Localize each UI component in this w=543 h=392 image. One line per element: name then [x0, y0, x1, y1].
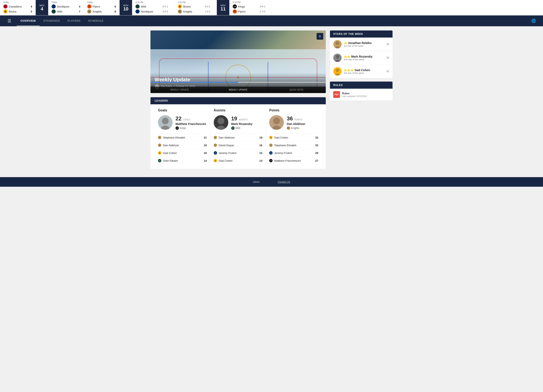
svg-point-15	[336, 55, 339, 59]
game-bruins-knights[interactable]: 9:30 PM B Bruins 4-3-1 K Knights 7-0-1	[175, 0, 217, 15]
tab-weekly-update-1[interactable]: WEEKLY UPDATE	[150, 87, 209, 93]
hero-progress-bar	[150, 82, 326, 83]
nordiques-name: Nordiques	[57, 5, 76, 8]
assists-top-player[interactable]: 19 ASSISTS Mark Rozansky W Wild	[214, 115, 263, 130]
player-stat: 18	[204, 144, 207, 147]
globe-icon[interactable]: 🌐	[528, 16, 539, 26]
player-stat: 18	[259, 136, 262, 139]
player-name: Gad Cohen	[219, 159, 258, 162]
nav-standings[interactable]: STANDINGS	[40, 16, 64, 26]
nav-overview[interactable]: OVERVIEW	[17, 16, 40, 26]
list-item[interactable]: LA Matthew Franchescini 27	[269, 157, 318, 165]
goals-count-row: 22 GOALS	[175, 115, 206, 122]
points-team-name: Knights	[291, 127, 299, 129]
list-item[interactable]: K Dan Abikhzer 18	[214, 134, 263, 141]
knights-logo-2: K	[178, 9, 182, 14]
player-name: Dan Abikhzer	[163, 144, 202, 147]
player-name: Matthew Franchescini	[274, 159, 313, 162]
bruins-name-2: Bruins	[183, 5, 202, 8]
list-item[interactable]: K Dan Abikhzer 18	[158, 141, 207, 149]
star-2-link-icon[interactable]: ⌘	[386, 56, 389, 59]
svg-point-8	[161, 126, 170, 130]
hero-title: Weekly Update	[155, 77, 322, 83]
list-item[interactable]: B Gad Cohen 14	[214, 157, 263, 165]
contact-us-link[interactable]: Contact Us	[278, 180, 290, 183]
date-day-10: 10	[123, 7, 128, 11]
game-row-knights2: K Knights 7-0-1	[178, 9, 213, 14]
list-item[interactable]: K Stephane Elmaleh 21	[158, 134, 207, 141]
nav-players[interactable]: PLAYERS	[64, 16, 84, 26]
team-icon: W	[158, 159, 161, 162]
game-row-flyers: P Flyers 6	[87, 4, 116, 9]
footer: utions Contact Us	[0, 177, 543, 187]
date-day: 4	[41, 7, 43, 11]
player-name: Jeremy Frolich	[219, 151, 258, 155]
bruins-logo-2: B	[178, 4, 182, 9]
game-row-nordiques: N Nordiques 4	[51, 4, 80, 9]
game-row-wild: W Wild 7	[51, 9, 80, 14]
game-row-bruins2: B Bruins 4-3-1	[178, 4, 213, 9]
game-status-5: 9:30 PM	[178, 1, 213, 4]
list-item[interactable]: K Stephane Elmaleh 32	[269, 141, 318, 149]
bruins-name: Bruins	[9, 10, 28, 13]
game-nordiques-wild[interactable]: FINAL N Nordiques 4 W Wild 7	[48, 0, 84, 15]
star-1-name: Jonathan Rebibo	[348, 41, 372, 45]
rules-name: Rules	[342, 92, 389, 95]
player-name: David Dayan	[219, 144, 258, 147]
nordiques-score: 4	[77, 5, 80, 8]
player-stat: 32	[315, 136, 318, 139]
player-name: Gad Cohen	[274, 136, 313, 139]
list-item[interactable]: W Oren Elkaim 14	[158, 157, 207, 165]
nav-schedule[interactable]: SCHEDULE	[84, 16, 107, 26]
list-item[interactable]: B Gad Cohen 32	[269, 134, 318, 141]
star-3-link-icon[interactable]: ⌘	[386, 70, 389, 73]
score-group-4: NOV 10 9:00 PM W Wild 6-1-1 N Nordiques …	[119, 0, 175, 15]
wild-record: 6-1-1	[163, 5, 171, 8]
goals-count-label: GOALS	[183, 118, 190, 121]
list-item[interactable]: K David Dayan 16	[214, 141, 263, 149]
game-row-knights: K Knights 8	[87, 9, 116, 14]
player-stat: 27	[315, 159, 318, 162]
svg-point-9	[218, 118, 224, 124]
canadiens-score: 4	[29, 5, 32, 8]
points-leader-name: Dan Abikhzer	[287, 122, 305, 126]
list-item[interactable]: N Jeremy Frolich 29	[269, 149, 318, 157]
game-row-kings: LA Kings 3-4-1	[233, 4, 268, 9]
star-3-info: ⭐⭐⭐ Gad Cohen 3rd star of the week	[344, 68, 384, 74]
hamburger-menu[interactable]: ☰	[4, 16, 15, 26]
game-canadiens-bruins[interactable]: FINAL M Canadiens 4 B Bruins 3	[0, 0, 36, 15]
bruins-record: 4-3-1	[205, 5, 213, 8]
tab-quick-note[interactable]: QUICK NOTE	[267, 87, 326, 93]
goals-leader-info: 22 GOALS Matthew Franchescini LA Kings	[175, 115, 206, 130]
kings-logo: LA	[233, 4, 237, 9]
nordiques-logo-2: N	[136, 9, 140, 14]
hero-plus-button[interactable]: +	[317, 33, 323, 40]
score-group-3: FINAL P Flyers 6 K Knights 8	[84, 0, 119, 15]
assists-list: K Dan Abikhzer 18 K David Dayan 16 N Jer…	[214, 134, 263, 165]
leaders-goals-col: Goals 22 GOALS Matthew Franchescini	[155, 108, 210, 165]
list-item[interactable]: N Jeremy Frolich 15	[214, 149, 263, 157]
assists-leader-team: W Wild	[231, 126, 253, 130]
game-status-6: 9:15 PM	[233, 1, 268, 4]
tab-weekly-update-2[interactable]: WEEKLY UPDATE	[209, 87, 267, 93]
game-wild-nordiques[interactable]: 9:00 PM W Wild 6-1-1 N Nordiques 3-3-2	[132, 0, 175, 15]
game-flyers-knights[interactable]: FINAL P Flyers 6 K Knights 8	[84, 0, 119, 15]
star-row-3: ⭐⭐⭐ Gad Cohen 3rd star of the week ⌘	[330, 65, 393, 78]
team-icon: K	[158, 144, 161, 147]
svg-point-13	[336, 41, 339, 45]
score-group-2: NOV 4 FINAL N Nordiques 4 W Wild 7	[36, 0, 84, 15]
points-top-player[interactable]: 36 POINTS Dan Abikhzer K Knights	[269, 115, 318, 130]
star-1-name-row: ⭐ Jonathan Rebibo	[344, 41, 384, 45]
game-kings-flyers[interactable]: 9:15 PM LA Kings 3-4-1 P Flyers 1-7-0	[229, 0, 272, 15]
list-item[interactable]: B Gad Cohen 18	[158, 149, 207, 157]
player-name: Oren Elkaim	[163, 159, 202, 162]
player-stat: 16	[259, 144, 262, 147]
goals-top-player[interactable]: 22 GOALS Matthew Franchescini LA Kings	[158, 115, 207, 130]
star-1-link-icon[interactable]: ⌘	[386, 43, 389, 46]
left-column: + Weekly Update EE Elie Edery • October …	[150, 30, 326, 169]
star-3-avatar	[333, 67, 342, 76]
game-row-flyers2: P Flyers 1-7-0	[233, 9, 268, 14]
rules-row[interactable]: PDF Rules Last updated: 9/21/2024	[330, 89, 393, 100]
leaders-header: LEADERS	[150, 97, 326, 104]
star-1-avatar	[333, 40, 342, 48]
